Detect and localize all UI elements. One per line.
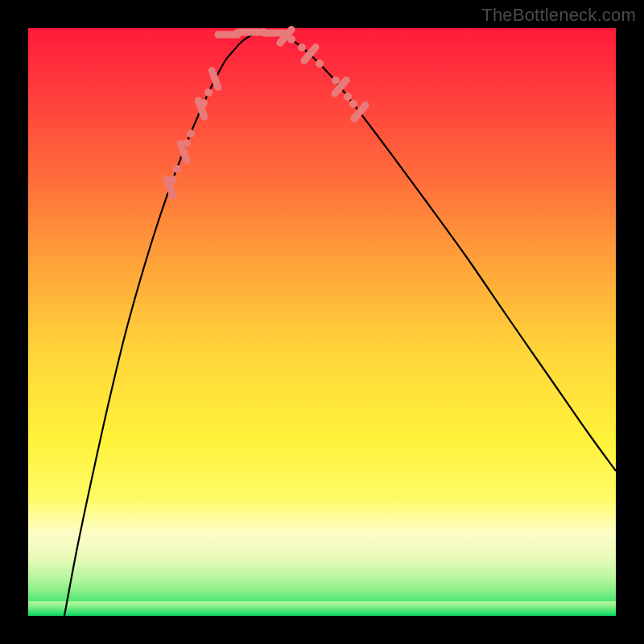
marker-point [204,89,213,97]
plot-area [28,28,616,616]
marker-point [183,139,191,147]
marker-point [332,76,340,85]
marker-group [167,28,365,196]
marker-point [200,99,208,107]
marker-point [173,165,181,173]
marker-point [316,60,324,68]
marker-point [187,130,195,138]
marker-point [349,100,357,108]
bottleneck-curve [64,32,616,616]
marker-point [287,35,295,43]
bottleneck-curve-svg [28,28,616,616]
watermark-label: TheBottleneck.com [481,5,636,26]
chart-frame: TheBottleneck.com [0,0,644,644]
marker-point [344,93,352,101]
marker-point [169,175,177,184]
marker-point [298,43,306,52]
